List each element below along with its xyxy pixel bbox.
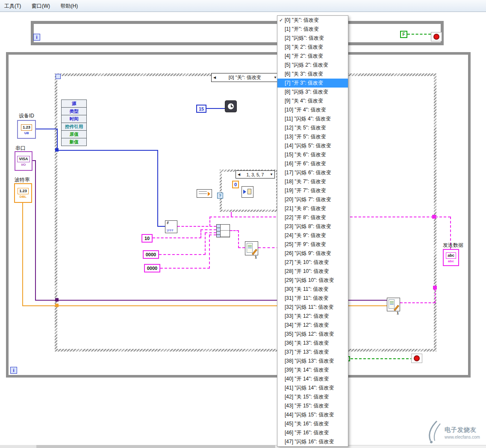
event-data-node-row[interactable]: 源 <box>61 100 87 108</box>
context-menu-item[interactable]: [28] "开 10": 值改变 <box>277 267 348 276</box>
event-data-node-row[interactable]: 时间 <box>61 115 87 123</box>
context-menu-item[interactable]: [25] "开 9": 值改变 <box>277 240 348 249</box>
menubar-item[interactable]: 窗口(W) <box>27 0 54 12</box>
menubar-item[interactable]: 帮助(H) <box>56 0 82 12</box>
loop-condition-terminal[interactable] <box>411 354 422 363</box>
comparison-node-icon[interactable] <box>197 189 212 198</box>
menubar-item[interactable]: 工具(T) <box>0 0 25 12</box>
zero-constant[interactable]: 0 <box>232 181 239 188</box>
context-menu-item[interactable]: [26] "闪烁 9": 值改变 <box>277 249 348 258</box>
event-data-node-row[interactable]: 原值 <box>61 130 87 138</box>
scrollbar-thumb[interactable] <box>37 445 275 448</box>
context-menu-item[interactable]: [45] "关 16": 值改变 <box>277 419 348 428</box>
case-selector-terminal[interactable]: ? <box>217 193 223 199</box>
false-constant[interactable]: F <box>400 31 407 38</box>
context-menu-item[interactable]: [27] "关 10": 值改变 <box>277 258 348 267</box>
event-timeout-terminal-icon[interactable] <box>56 74 61 79</box>
context-menu-item[interactable]: [21] "关 8": 值改变 <box>277 204 348 213</box>
event-case-selector[interactable]: ◀ [0] "关": 值改变 ▼ <box>211 73 279 82</box>
context-menu-item[interactable]: [30] "关 11": 值改变 <box>277 285 348 294</box>
context-menu-item[interactable]: [37] "开 13": 值改变 <box>277 348 348 357</box>
previous-case-arrow-icon[interactable]: ◀ <box>212 76 218 79</box>
context-menu-item[interactable]: [2] "闪烁": 值改变 <box>277 34 348 43</box>
event-data-node-row[interactable]: 新值 <box>61 138 87 146</box>
context-menu-item[interactable]: [4] "开 2": 值改变 <box>277 52 348 61</box>
hash-glyph-icon: # <box>167 221 169 225</box>
context-menu-item[interactable]: [6] "关 3": 值改变 <box>277 70 348 79</box>
write-text-node-icon[interactable] <box>245 241 258 255</box>
context-menu-item[interactable]: [47] "闪烁 16": 值改变 <box>277 437 348 446</box>
menubar: 工具(T) 窗口(W) 帮助(H) <box>0 0 486 12</box>
context-menu-item[interactable]: [42] "关 15": 值改变 <box>277 392 348 401</box>
context-menu-item[interactable]: [41] "闪烁 14": 值改变 <box>277 384 348 392</box>
context-menu-item[interactable]: [9] "关 4": 值改变 <box>277 97 348 105</box>
context-menu-item[interactable]: [20] "闪烁 7": 值改变 <box>277 195 348 204</box>
context-menu-item[interactable]: [34] "开 12": 值改变 <box>277 321 348 330</box>
send-data-indicator[interactable]: abc abc <box>443 249 459 266</box>
baud-rate-control[interactable]: 1.23 DBL <box>14 183 32 203</box>
context-menu-item[interactable]: [17] "闪烁 6": 值改变 <box>277 168 348 177</box>
top-loop-border <box>31 21 444 24</box>
context-menu-item[interactable]: [1] "开": 值改变 <box>277 25 348 34</box>
inner-case-selector-label[interactable]: 1, 3, 5, 7 <box>242 172 268 177</box>
serial-port-control[interactable]: VISA I/O <box>15 151 32 171</box>
context-menu-item[interactable]: [0] "关": 值改变 <box>277 16 348 25</box>
context-menu-item[interactable]: [46] "开 16": 值改变 <box>277 428 348 437</box>
context-menu-item[interactable]: [19] "开 7": 值改变 <box>277 186 348 195</box>
context-menu-item-label: [46] "开 16": 值改变 <box>285 429 329 436</box>
previous-case-arrow-icon[interactable]: ◀ <box>236 173 242 176</box>
context-menu-item[interactable]: [31] "开 11": 值改变 <box>277 294 348 303</box>
loop-condition-terminal[interactable] <box>431 32 442 41</box>
context-menu-item[interactable]: [11] "闪烁 4": 值改变 <box>277 114 348 123</box>
context-menu-item[interactable]: [44] "闪烁 15": 值改变 <box>277 410 348 419</box>
context-menu-item[interactable]: [40] "开 14": 值改变 <box>277 375 348 384</box>
context-menu-item[interactable]: [33] "关 12": 值改变 <box>277 312 348 321</box>
build-array-icon[interactable] <box>216 224 230 237</box>
index-array-icon[interactable] <box>242 186 253 198</box>
top-loop-border <box>31 21 34 45</box>
scaling-node-icon[interactable]: # 1FFF <box>165 220 177 233</box>
event-data-node-row[interactable]: 类型 <box>61 107 87 115</box>
context-menu-item[interactable]: [18] "关 7": 值改变 <box>277 177 348 186</box>
context-menu-item[interactable]: [8] "闪烁 3": 值改变 <box>277 88 348 97</box>
case-dropdown-arrow-icon[interactable]: ▼ <box>268 173 274 176</box>
loop-iteration-terminal[interactable]: i <box>33 34 40 41</box>
context-menu-item[interactable]: [36] "关 13": 值改变 <box>277 339 348 348</box>
top-loop-border <box>31 42 444 45</box>
string-constant-0000[interactable]: 0000 <box>144 264 160 272</box>
context-menu-item[interactable]: [23] "闪烁 8": 值改变 <box>277 222 348 231</box>
context-menu-item[interactable]: [29] "闪烁 10": 值改变 <box>277 276 348 285</box>
context-menu-item[interactable]: [13] "开 5": 值改变 <box>277 132 348 141</box>
event-data-node-row[interactable]: 控件引用 <box>61 123 87 131</box>
context-menu-item[interactable]: [35] "闪烁 12": 值改变 <box>277 330 348 339</box>
labview-block-diagram: 工具(T) 窗口(W) 帮助(H) i F i ◀ [0] "关": 值改变 ▼ <box>0 0 486 448</box>
context-menu-item[interactable]: [22] "开 8": 值改变 <box>277 213 348 222</box>
context-menu-item-label: [30] "关 11": 值改变 <box>285 286 328 293</box>
context-menu-item[interactable]: [10] "开 4": 值改变 <box>277 105 348 114</box>
context-menu-item-label: [23] "闪烁 8": 值改变 <box>285 223 331 230</box>
context-menu-item[interactable]: [12] "关 5": 值改变 <box>277 123 348 132</box>
scrollbar-corner <box>0 445 37 448</box>
inner-case-selector[interactable]: ◀ 1, 3, 5, 7 ▼ <box>236 170 275 179</box>
context-menu-item[interactable]: [5] "闪烁 2": 值改变 <box>277 61 348 70</box>
wait-ms-constant[interactable]: 15 <box>196 105 206 113</box>
wait-until-next-ms-icon[interactable] <box>225 100 237 112</box>
context-menu-item[interactable]: [24] "关 9": 值改变 <box>277 231 348 240</box>
context-menu-item[interactable]: [32] "闪烁 11": 值改变 <box>277 303 348 312</box>
context-menu-item[interactable]: [43] "开 15": 值改变 <box>277 401 348 410</box>
string-constant-10[interactable]: 10 <box>141 234 153 243</box>
context-menu-item[interactable]: [14] "闪烁 5": 值改变 <box>277 141 348 150</box>
wire-junction <box>55 148 59 152</box>
event-data-node[interactable]: 源 类型 时间 控件引用 原值 新值 <box>61 100 87 146</box>
context-menu-item[interactable]: [15] "关 6": 值改变 <box>277 150 348 159</box>
device-id-control[interactable]: 1.23 U8 <box>17 120 36 139</box>
event-case-selector-label[interactable]: [0] "关": 值改变 <box>218 74 272 81</box>
context-menu-item[interactable]: [16] "开 6": 值改变 <box>277 159 348 168</box>
context-menu-item[interactable]: [3] "关 2": 值改变 <box>277 43 348 52</box>
context-menu-item[interactable]: [38] "闪烁 13": 值改变 <box>277 357 348 366</box>
loop-iteration-terminal[interactable]: i <box>10 367 17 374</box>
write-text-node-icon[interactable] <box>387 298 400 311</box>
context-menu-item[interactable]: [39] "关 14": 值改变 <box>277 366 348 375</box>
context-menu-item[interactable]: [7] "开 3": 值改变 <box>277 79 348 88</box>
string-constant-0000[interactable]: 0000 <box>143 250 159 259</box>
